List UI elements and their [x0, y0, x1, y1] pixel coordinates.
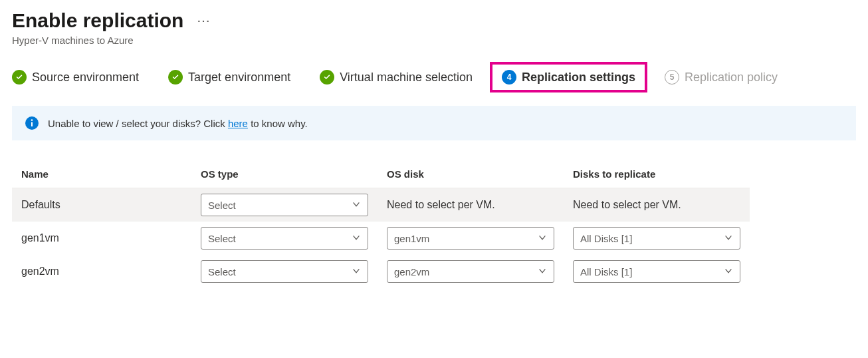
- select-value: Select: [208, 266, 236, 277]
- os-disk-select[interactable]: gen2vm: [387, 260, 554, 283]
- col-header-os-disk: OS disk: [378, 160, 564, 188]
- step-target-environment[interactable]: Target environment: [168, 70, 290, 85]
- chevron-down-icon: [352, 266, 361, 277]
- step-vm-selection[interactable]: Virtual machine selection: [320, 70, 473, 85]
- step-label: Replication policy: [685, 71, 778, 85]
- step-label: Replication settings: [522, 71, 635, 85]
- cell-name: Defaults: [12, 188, 191, 222]
- chevron-down-icon: [352, 200, 361, 211]
- step-replication-settings[interactable]: 4 Replication settings: [490, 62, 647, 92]
- os-disk-select[interactable]: gen1vm: [387, 227, 554, 250]
- step-label: Virtual machine selection: [340, 71, 473, 85]
- check-icon: [12, 70, 27, 85]
- cell-name: gen1vm: [12, 222, 191, 255]
- step-replication-policy[interactable]: 5 Replication policy: [665, 70, 778, 85]
- wizard-steps: Source environment Target environment Vi…: [12, 70, 856, 85]
- info-text-post: to know why.: [248, 118, 308, 129]
- chevron-down-icon: [724, 266, 733, 277]
- info-text: Unable to view / select your disks? Clic…: [48, 118, 308, 129]
- os-type-select[interactable]: Select: [201, 260, 368, 283]
- select-value: gen1vm: [394, 233, 429, 244]
- col-header-os-type: OS type: [191, 160, 378, 188]
- select-value: gen2vm: [394, 266, 429, 277]
- step-label: Source environment: [32, 71, 139, 85]
- info-link[interactable]: here: [228, 118, 248, 129]
- step-number-icon: 5: [665, 70, 679, 85]
- info-banner: Unable to view / select your disks? Clic…: [12, 106, 856, 140]
- check-icon: [320, 70, 334, 85]
- page-title: Enable replication: [12, 9, 183, 32]
- col-header-name: Name: [12, 160, 191, 188]
- chevron-down-icon: [724, 233, 733, 244]
- check-icon: [168, 70, 183, 85]
- os-type-select[interactable]: Select: [201, 194, 368, 216]
- chevron-down-icon: [352, 233, 361, 244]
- cell-name: gen2vm: [12, 255, 191, 288]
- svg-rect-1: [31, 122, 33, 127]
- step-source-environment[interactable]: Source environment: [12, 70, 139, 85]
- info-icon: [25, 116, 39, 130]
- info-text-pre: Unable to view / select your disks? Clic…: [48, 118, 228, 129]
- cell-os-disk: Need to select per VM.: [378, 188, 564, 222]
- select-value: All Disks [1]: [580, 266, 632, 277]
- svg-point-2: [31, 119, 33, 121]
- chevron-down-icon: [538, 233, 547, 244]
- disks-select[interactable]: All Disks [1]: [573, 227, 740, 250]
- replication-table: Name OS type OS disk Disks to replicate …: [12, 160, 856, 288]
- disks-select[interactable]: All Disks [1]: [573, 260, 740, 283]
- step-number-icon: 4: [502, 70, 516, 85]
- cell-disks: Need to select per VM.: [564, 188, 750, 222]
- os-type-select[interactable]: Select: [201, 227, 368, 250]
- col-header-disks: Disks to replicate: [564, 160, 750, 188]
- more-actions-button[interactable]: ⋯: [197, 13, 211, 29]
- page-subtitle: Hyper-V machines to Azure: [12, 35, 856, 46]
- step-label: Target environment: [188, 71, 290, 85]
- select-value: All Disks [1]: [580, 233, 632, 244]
- chevron-down-icon: [538, 266, 547, 277]
- select-value: Select: [208, 233, 236, 244]
- select-value: Select: [208, 200, 236, 211]
